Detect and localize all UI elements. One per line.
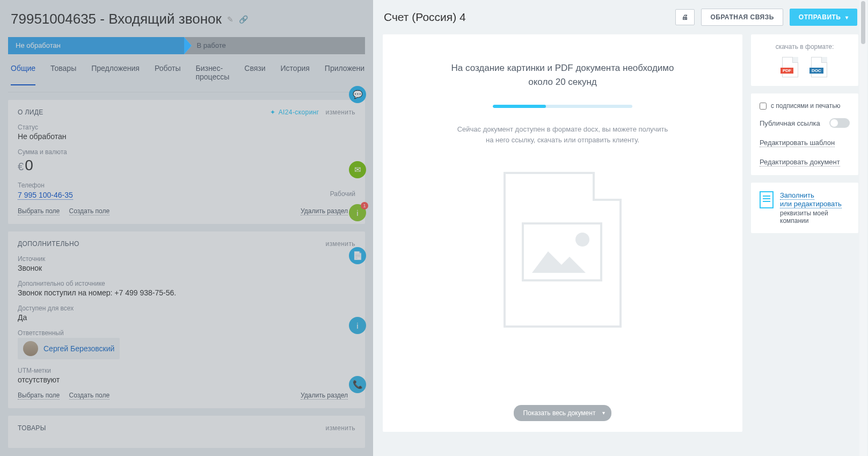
- progress-bar: [493, 105, 632, 108]
- extra-heading: ДОПОЛНИТЕЛЬНО: [18, 240, 79, 248]
- public-link-label: Публичная ссылка: [760, 119, 820, 127]
- delete-section-link-2[interactable]: Удалить раздел: [301, 392, 348, 400]
- scroll-thumb[interactable]: [861, 1, 865, 44]
- edit-document-link[interactable]: Редактировать документ: [760, 158, 840, 167]
- timeline-info2-icon[interactable]: i: [349, 317, 366, 334]
- avatar: [23, 341, 38, 356]
- phone-label: Телефон: [18, 182, 355, 189]
- tab-apps[interactable]: Приложени: [325, 64, 364, 85]
- timeline-comment-icon[interactable]: 💬: [349, 86, 366, 103]
- source-detail-label: Дополнительно об источнике: [18, 280, 355, 287]
- timeline-call-icon[interactable]: 📞: [349, 376, 366, 393]
- about-heading: О ЛИДЕ: [18, 108, 43, 116]
- extra-card: ДОПОЛНИТЕЛЬНО изменить Источник Звонок Д…: [8, 231, 365, 408]
- timeline-info-icon[interactable]: i1: [349, 204, 366, 221]
- about-card: О ЛИДЕ ✦AI24-скоринг изменить Статус Не …: [8, 100, 365, 224]
- print-button[interactable]: 🖨: [675, 9, 695, 25]
- lead-title: 79951004635 - Входящий звонок: [11, 11, 222, 27]
- options-box: с подписями и печатью Публичная ссылка Р…: [751, 93, 858, 175]
- edit-icon[interactable]: ✎: [227, 15, 234, 24]
- source-value: Звонок: [18, 264, 355, 272]
- requisites-edit-link[interactable]: или редактировать: [780, 200, 842, 208]
- responsible-name: Сергей Березовский: [43, 344, 114, 353]
- delete-section-link[interactable]: Удалить раздел: [301, 207, 348, 215]
- timeline-chat-icon[interactable]: ✉: [349, 161, 366, 178]
- timeline-badge: 1: [361, 202, 368, 209]
- document-panel: Счет (Россия) 4 🖨 ОБРАТНАЯ СВЯЗЬ ОТПРАВИ…: [373, 0, 868, 456]
- utm-label: UTM-метки: [18, 367, 355, 374]
- edit-template-link[interactable]: Редактировать шаблон: [760, 139, 835, 147]
- tabs: Общие Товары Предложения Роботы Бизнес-п…: [8, 64, 365, 92]
- doc-placeholder-icon: [504, 172, 622, 328]
- requisites-fill-link[interactable]: Заполнить: [780, 191, 814, 200]
- print-icon: 🖨: [682, 13, 689, 21]
- signatures-checkbox-row[interactable]: с подписями и печатью: [760, 102, 850, 110]
- doc-loading-msg: На создание картинки и PDF документа нео…: [451, 61, 674, 89]
- tab-robots[interactable]: Роботы: [155, 64, 180, 85]
- responsible-chip[interactable]: Сергей Березовский: [18, 338, 120, 359]
- requisites-sub: реквизиты моей компании: [780, 209, 850, 225]
- download-doc-button[interactable]: DOC: [811, 57, 827, 77]
- tab-products[interactable]: Товары: [50, 64, 76, 85]
- select-field-link-2[interactable]: Выбрать поле: [18, 392, 60, 400]
- send-button[interactable]: ОТПРАВИТЬ▾: [790, 9, 857, 26]
- select-field-link[interactable]: Выбрать поле: [18, 207, 60, 215]
- public-value: Да: [18, 313, 355, 322]
- tab-bp[interactable]: Бизнес-процессы: [195, 64, 229, 85]
- link-icon[interactable]: 🔗: [239, 15, 248, 24]
- chevron-down-icon: ▾: [602, 410, 605, 416]
- create-field-link[interactable]: Создать поле: [69, 207, 110, 215]
- stage-bar: Не обработан В работе: [8, 37, 365, 54]
- tab-general[interactable]: Общие: [11, 64, 35, 85]
- chevron-down-icon: ▾: [845, 15, 849, 20]
- ai-scoring-link[interactable]: ✦AI24-скоринг: [270, 108, 319, 116]
- source-label: Источник: [18, 255, 355, 263]
- amount-value: €0: [18, 157, 355, 174]
- download-pdf-button[interactable]: PDF: [782, 57, 798, 77]
- status-value: Не обработан: [18, 132, 355, 141]
- signatures-label: с подписями и печатью: [771, 102, 840, 110]
- responsible-label: Ответственный: [18, 329, 355, 337]
- utm-value: отсутствуют: [18, 375, 355, 384]
- timeline: 💬 ✉ i1 📄 i 📞: [349, 86, 370, 419]
- products-heading: ТОВАРЫ: [18, 424, 46, 432]
- timeline-doc-icon[interactable]: 📄: [349, 247, 366, 264]
- source-detail-value: Звонок поступил на номер: +7 499 938-75-…: [18, 288, 355, 297]
- download-title: скачать в формате:: [760, 43, 850, 50]
- status-label: Статус: [18, 124, 355, 131]
- download-box: скачать в формате: PDF DOC: [751, 34, 858, 86]
- doc-preview: На создание картинки и PDF документа нео…: [383, 34, 742, 432]
- tab-offers[interactable]: Предложения: [91, 64, 140, 85]
- products-edit-link[interactable]: изменить: [326, 424, 355, 432]
- show-full-doc-button[interactable]: Показать весь документ▾: [514, 405, 612, 421]
- scoring-icon: ✦: [270, 108, 275, 116]
- feedback-button[interactable]: ОБРАТНАЯ СВЯЗЬ: [701, 9, 783, 26]
- requisites-box: Заполнить или редактировать реквизиты мо…: [751, 183, 858, 233]
- amount-label: Сумма и валюта: [18, 148, 355, 156]
- doc-sub-msg: Сейчас документ доступен в формате docx,…: [457, 124, 668, 145]
- tab-history[interactable]: История: [281, 64, 310, 85]
- requisites-icon: [760, 191, 774, 208]
- scrollbar[interactable]: [859, 0, 867, 456]
- public-label: Доступен для всех: [18, 305, 355, 312]
- tab-links[interactable]: Связи: [244, 64, 265, 85]
- public-link-toggle[interactable]: [829, 118, 850, 128]
- stage-next[interactable]: В работе: [184, 37, 366, 54]
- products-card: ТОВАРЫ изменить: [8, 416, 365, 448]
- doc-title: Счет (Россия) 4: [384, 11, 669, 24]
- signatures-checkbox[interactable]: [760, 103, 767, 110]
- stage-active[interactable]: Не обработан: [8, 37, 184, 54]
- phone-link[interactable]: 7 995 100-46-35: [18, 191, 73, 200]
- create-field-link-2[interactable]: Создать поле: [69, 392, 110, 400]
